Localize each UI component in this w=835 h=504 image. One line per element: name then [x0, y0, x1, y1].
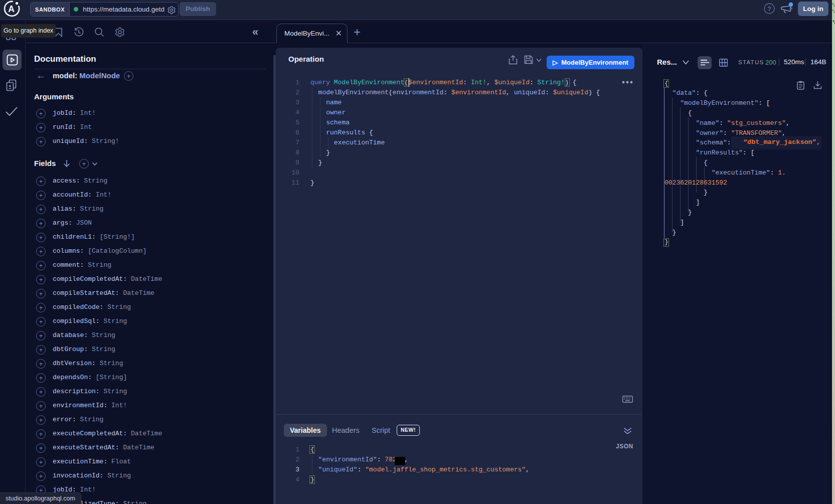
svg-text:?: ?: [767, 6, 771, 13]
svg-text:A: A: [8, 4, 15, 14]
